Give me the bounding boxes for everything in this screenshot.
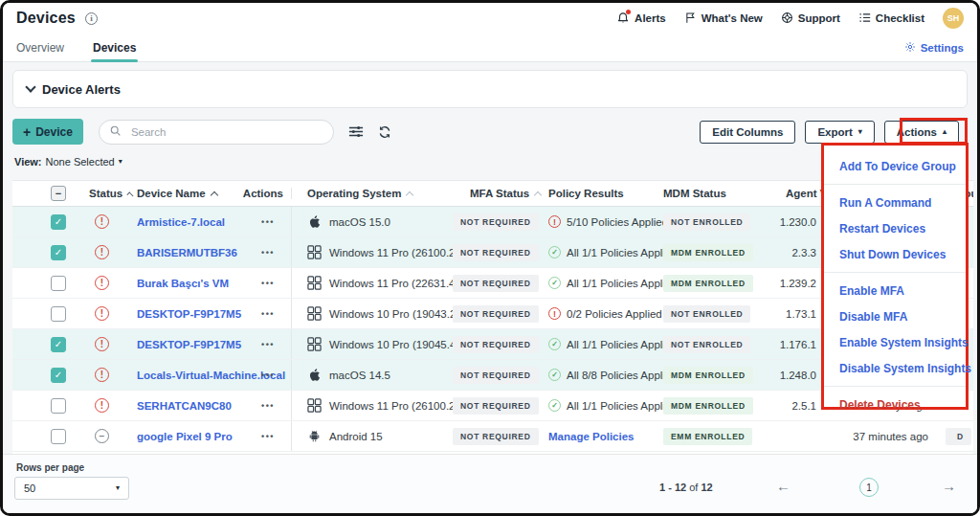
view-value: None Selected bbox=[46, 156, 115, 168]
filter-sliders-icon[interactable] bbox=[348, 125, 364, 138]
row-actions-menu-button[interactable]: ••• bbox=[261, 370, 275, 380]
table-footer: Rows per page 50 ▾ 1 - 12 of 12 ← 1 → bbox=[3, 454, 977, 513]
support-nav-item[interactable]: Support bbox=[781, 11, 840, 26]
caret-down-icon: ▾ bbox=[116, 484, 120, 492]
row-checkbox[interactable] bbox=[51, 429, 66, 444]
whats-new-nav-item[interactable]: What's New bbox=[684, 11, 763, 26]
bell-icon bbox=[616, 11, 630, 25]
pagination-range: 1 - 12 of 12 bbox=[659, 482, 713, 493]
row-actions-menu-button[interactable]: ••• bbox=[261, 309, 275, 319]
alert-dot bbox=[626, 10, 631, 14]
row-actions-menu-button[interactable]: ••• bbox=[261, 432, 275, 441]
whats-new-label: What's New bbox=[702, 12, 763, 24]
row-checkbox[interactable]: ✓ bbox=[51, 245, 66, 260]
alert-status-icon: ! bbox=[95, 276, 109, 290]
actions-menu-item-disable-mfa[interactable]: Disable MFA bbox=[824, 303, 966, 329]
policy-alert-icon: ! bbox=[548, 215, 561, 228]
device-alerts-panel[interactable]: Device Alerts bbox=[12, 70, 968, 108]
support-icon bbox=[781, 11, 793, 26]
col-header-policy-results[interactable]: Policy Results bbox=[546, 188, 661, 199]
row-actions-menu-button[interactable]: ••• bbox=[261, 340, 275, 349]
policy-ok-icon: ✓ bbox=[548, 399, 561, 412]
policy-ok-icon: ✓ bbox=[548, 338, 561, 350]
tab-devices[interactable]: Devices bbox=[93, 34, 136, 62]
col-header-mfa[interactable]: MFA Status bbox=[451, 188, 546, 199]
row-actions-menu-button[interactable]: ••• bbox=[261, 401, 275, 411]
settings-label: Settings bbox=[921, 42, 964, 54]
tab-bar: Overview Devices Settings bbox=[3, 34, 977, 62]
alert-status-icon: ! bbox=[95, 368, 109, 382]
device-name-link[interactable]: Armistice-7.local bbox=[137, 216, 225, 228]
checklist-icon bbox=[858, 11, 871, 26]
mdm-status-badge: MDM ENROLLED bbox=[663, 367, 753, 384]
table-toolbar: + Device Edit Columns Export▾ Actions▴ bbox=[12, 119, 968, 146]
row-actions-menu-button[interactable]: ••• bbox=[261, 248, 275, 258]
col-header-os[interactable]: Operating System bbox=[292, 188, 451, 199]
previous-page-arrow[interactable]: ← bbox=[776, 478, 791, 494]
android-icon bbox=[307, 429, 322, 443]
device-name-link[interactable]: google Pixel 9 Pro bbox=[137, 431, 233, 442]
actions-menu-item-add-to-device-group[interactable]: Add To Device Group bbox=[824, 153, 966, 179]
row-checkbox[interactable] bbox=[51, 306, 66, 322]
refresh-icon[interactable] bbox=[378, 125, 391, 139]
device-name-link[interactable]: Burak Başcı's VM bbox=[137, 278, 229, 289]
app-window: Devices i Alerts What's New Support Chec… bbox=[0, 0, 980, 516]
device-name-link[interactable]: DESKTOP-F9P17M5 bbox=[137, 339, 241, 350]
export-button[interactable]: Export▾ bbox=[805, 121, 874, 144]
select-all-checkbox[interactable]: − bbox=[51, 186, 66, 201]
mfa-status-badge: NOT REQUIRED bbox=[453, 428, 539, 445]
tab-overview[interactable]: Overview bbox=[16, 34, 64, 62]
rows-per-page-select[interactable]: 50 ▾ bbox=[14, 477, 129, 500]
device-alerts-title: Device Alerts bbox=[42, 82, 121, 97]
windows-icon bbox=[307, 276, 322, 290]
row-actions-menu-button[interactable]: ••• bbox=[261, 217, 275, 227]
os-label: macOS 14.5 bbox=[329, 370, 390, 381]
actions-menu-item-shut-down-devices[interactable]: Shut Down Devices bbox=[824, 241, 966, 267]
alerts-nav-item[interactable]: Alerts bbox=[616, 11, 666, 25]
settings-link[interactable]: Settings bbox=[904, 41, 964, 55]
actions-menu-item-run-a-command[interactable]: Run A Command bbox=[824, 190, 966, 215]
actions-menu-item-restart-devices[interactable]: Restart Devices bbox=[824, 215, 966, 241]
actions-menu-item-delete-devices[interactable]: Delete Devices bbox=[824, 392, 966, 417]
col-header-device-name[interactable]: Device Name bbox=[132, 188, 245, 199]
add-device-button[interactable]: + Device bbox=[12, 119, 83, 145]
view-selector[interactable]: View: None Selected ▾ bbox=[14, 156, 122, 168]
mdm-status-badge: NOT ENROLLED bbox=[663, 336, 750, 353]
user-avatar[interactable]: SH bbox=[943, 8, 964, 29]
col-header-status[interactable]: Status bbox=[87, 188, 132, 199]
row-actions-menu-button[interactable]: ••• bbox=[261, 279, 275, 288]
manage-policies-link[interactable]: Manage Policies bbox=[548, 431, 634, 442]
search-box bbox=[99, 120, 334, 145]
row-checkbox[interactable]: ✓ bbox=[51, 368, 66, 383]
sort-icon bbox=[534, 191, 542, 198]
device-name-link[interactable]: DESKTOP-F9P17M5 bbox=[137, 308, 241, 320]
agent-version bbox=[784, 421, 841, 451]
mfa-status-badge: NOT REQUIRED bbox=[453, 305, 539, 323]
alert-status-icon: ! bbox=[95, 306, 109, 321]
policy-ok-icon: ✓ bbox=[548, 369, 561, 381]
row-checkbox[interactable] bbox=[51, 276, 66, 291]
caret-down-icon: ▾ bbox=[858, 128, 862, 136]
col-header-mdm-status[interactable]: MDM Status bbox=[661, 188, 784, 199]
policy-result-text: 5/10 Policies Applied bbox=[567, 216, 668, 228]
row-checkbox[interactable]: ✓ bbox=[51, 214, 66, 230]
edit-columns-button[interactable]: Edit Columns bbox=[700, 121, 795, 144]
device-name-link[interactable]: BARISERMUTBF36 bbox=[137, 247, 237, 258]
row-checkbox[interactable]: ✓ bbox=[51, 337, 66, 352]
actions-menu-item-enable-mfa[interactable]: Enable MFA bbox=[824, 278, 966, 303]
info-icon[interactable]: i bbox=[85, 12, 98, 25]
actions-menu-item-enable-system-insights[interactable]: Enable System Insights bbox=[824, 329, 966, 355]
device-name-link[interactable]: SERHATCAN9C80 bbox=[137, 400, 232, 412]
search-input[interactable] bbox=[129, 125, 301, 139]
col-header-actions: Actions bbox=[245, 188, 292, 199]
actions-button[interactable]: Actions▴ bbox=[884, 121, 959, 144]
row-checkbox[interactable] bbox=[51, 398, 66, 414]
next-page-arrow[interactable]: → bbox=[942, 478, 956, 494]
mfa-status-badge: NOT REQUIRED bbox=[453, 213, 539, 231]
add-device-label: Device bbox=[35, 125, 73, 139]
actions-menu-item-disable-system-insights[interactable]: Disable System Insights bbox=[824, 355, 966, 381]
alerts-label: Alerts bbox=[635, 12, 666, 24]
rows-per-page-label: Rows per page bbox=[16, 462, 84, 473]
checklist-nav-item[interactable]: Checklist bbox=[858, 11, 924, 26]
current-page-button[interactable]: 1 bbox=[859, 478, 879, 497]
